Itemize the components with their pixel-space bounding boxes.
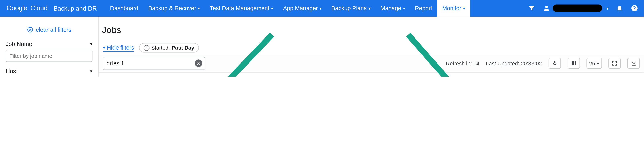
col-appid[interactable]: APPID: [297, 73, 327, 77]
top-nav: Google Cloud Backup and DR DashboardBack…: [0, 0, 644, 17]
nav-item-monitor[interactable]: Monitor▾: [437, 0, 470, 17]
nav-item-test-data-management[interactable]: Test Data Management▾: [205, 0, 278, 17]
col-host[interactable]: HOST: [216, 73, 251, 77]
clear-all-filters[interactable]: clear all filters: [6, 26, 92, 33]
nav-item-report[interactable]: Report: [410, 0, 437, 17]
col-ended[interactable]: ENDED: [373, 73, 419, 77]
clear-icon: [27, 26, 34, 33]
search-clear-icon[interactable]: ✕: [195, 59, 202, 67]
nav: DashboardBackup & Recover▾Test Data Mana…: [105, 0, 470, 17]
chip-remove-icon[interactable]: ✕: [144, 45, 150, 51]
user-name-redacted: [553, 5, 602, 12]
help-icon[interactable]: [631, 5, 638, 12]
sidebar: clear all filters Job Name▾Host▾Target H…: [0, 17, 98, 77]
chip-value: Past Day: [172, 45, 194, 51]
logo-google: Google: [7, 5, 27, 12]
user-icon: [543, 5, 550, 12]
download-icon: [630, 60, 637, 67]
col-template[interactable]: TEMPLATE: [508, 73, 553, 77]
fullscreen-icon: [612, 60, 618, 67]
toolbar: ✕ Refresh in: 14 Last Updated: 20:33:02 …: [98, 55, 644, 73]
nav-item-app-manager[interactable]: App Manager▾: [278, 0, 326, 17]
hide-filters-button[interactable]: ◂ Hide filters: [103, 44, 134, 51]
col-policy[interactable]: POLICY: [553, 73, 600, 77]
bell-icon[interactable]: [616, 5, 623, 12]
columns-button[interactable]: [567, 58, 580, 69]
refresh-icon: [551, 60, 558, 67]
caret-left-icon: ◂: [103, 45, 105, 50]
caret-icon: ▾: [90, 41, 92, 47]
filter-header-job-name[interactable]: Job Name▾: [6, 41, 92, 47]
last-updated: Last Updated: 20:33:02: [486, 60, 542, 66]
col-applicati-[interactable]: APPLICATI…: [250, 73, 297, 77]
page-title: Jobs: [98, 25, 644, 43]
nav-item-backup-plans[interactable]: Backup Plans▾: [326, 0, 375, 17]
chevron-down-icon: ▾: [271, 6, 273, 11]
filter-input-job-name[interactable]: [6, 50, 92, 62]
chevron-down-icon: ▾: [606, 6, 608, 11]
col-status[interactable]: STATUS: [164, 73, 216, 77]
chevron-down-icon: ▾: [320, 6, 322, 11]
filter-chip-started[interactable]: ✕ Started: Past Day: [139, 43, 199, 52]
col-type[interactable]: TYPE: [459, 73, 508, 77]
filter-bar: ◂ Hide filters ✕ Started: Past Day: [98, 43, 644, 55]
col-job[interactable]: JOB: [116, 73, 164, 77]
chip-field: Started:: [151, 45, 170, 51]
main: Jobs ◂ Hide filters ✕ Started: Past Day …: [98, 17, 644, 77]
columns-icon: [570, 60, 577, 67]
search-input[interactable]: [106, 60, 195, 67]
col-duration[interactable]: DURATION: [419, 73, 459, 77]
chevron-down-icon: ▾: [198, 6, 200, 11]
download-button[interactable]: [628, 58, 640, 69]
fullscreen-button[interactable]: [608, 58, 621, 69]
caret-icon: ▾: [90, 68, 92, 74]
topbar-icons: ▾: [528, 5, 638, 12]
nav-item-backup-recover[interactable]: Backup & Recover▾: [143, 0, 205, 17]
page-size-select[interactable]: 25▾: [586, 58, 602, 69]
user-chip[interactable]: ▾: [543, 5, 608, 12]
nav-item-dashboard[interactable]: Dashboard: [105, 0, 143, 17]
chevron-down-icon: ▾: [463, 6, 465, 11]
jobs-table: JOBSTATUSHOSTAPPLICATI…APPIDSTARTEDENDED…: [98, 73, 644, 77]
filter-header-host[interactable]: Host▾: [6, 68, 92, 74]
clear-all-filters-label: clear all filters: [36, 26, 72, 33]
product-name[interactable]: Backup and DR: [54, 5, 97, 12]
logo[interactable]: Google Cloud: [7, 5, 48, 12]
refresh-in: Refresh in: 14: [446, 60, 480, 66]
refresh-button[interactable]: [548, 58, 561, 69]
col-started[interactable]: STARTED: [327, 73, 373, 77]
hide-filters-label: Hide filters: [107, 44, 134, 51]
chevron-down-icon: ▾: [368, 6, 370, 11]
chevron-down-icon: ▾: [597, 61, 599, 66]
search-box[interactable]: ✕: [103, 57, 205, 70]
nav-item-manage[interactable]: Manage▾: [375, 0, 410, 17]
filter-icon[interactable]: [528, 5, 535, 12]
logo-cloud: Cloud: [30, 5, 48, 12]
chevron-down-icon: ▾: [403, 6, 405, 11]
col-transport[interactable]: TRANSPORT: [600, 73, 644, 77]
